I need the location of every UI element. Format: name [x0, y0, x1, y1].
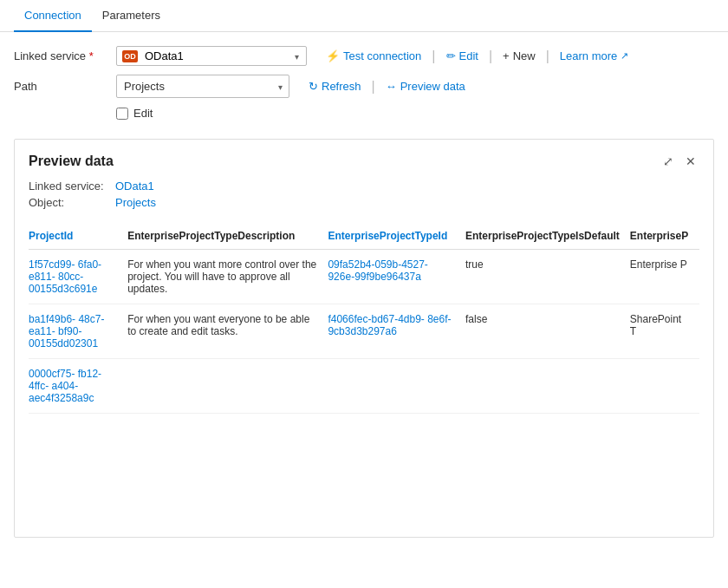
form-area: Linked service OD OData1 ▾ ⚡ Test connec… [0, 32, 728, 132]
linked-service-toolbar: ⚡ Test connection | ✏ Edit | + New | Lea… [321, 46, 634, 66]
preview-panel: Preview data ⤢ ✕ Linked service: OData1 … [14, 139, 714, 538]
separator-3: | [544, 49, 551, 64]
table-cell: false [465, 304, 630, 359]
meta-object-label: Object: [29, 196, 115, 209]
col-header-description: EnterpriseProjectTypeDescription [127, 223, 328, 250]
preview-panel-header: Preview data ⤢ ✕ [15, 140, 713, 180]
odata-icon: OD [122, 50, 138, 62]
new-button[interactable]: + New [497, 46, 541, 66]
table-cell: Enterprise P [630, 250, 699, 304]
preview-icon: ↔ [386, 80, 397, 93]
table-cell: For when you want more control over the … [127, 250, 328, 304]
preview-data-button[interactable]: ↔ Preview data [380, 76, 471, 96]
linked-service-select-wrapper[interactable]: OD OData1 ▾ [116, 46, 307, 66]
table-row: 0000cf75- fb12-4ffc- a404- aec4f3258a9c [29, 359, 699, 414]
preview-table-wrapper: ProjectId EnterpriseProjectTypeDescripti… [15, 223, 713, 428]
path-toolbar: ↻ ↻ Refresh | ↔ Preview data [303, 76, 471, 96]
preview-panel-title: Preview data [29, 154, 114, 169]
edit-checkbox-label[interactable]: Edit [133, 107, 153, 120]
col-header-ep: EnterpriseP [630, 223, 699, 250]
expand-button[interactable]: ⤢ [660, 154, 677, 169]
col-header-typeid: EnterpriseProjectTypeId [328, 223, 465, 250]
refresh-icon: ↻ [309, 80, 318, 93]
linked-service-row: Linked service OD OData1 ▾ ⚡ Test connec… [14, 46, 714, 66]
edit-linked-service-button[interactable]: ✏ Edit [441, 46, 484, 66]
preview-table: ProjectId EnterpriseProjectTypeDescripti… [29, 223, 699, 414]
col-header-projectid: ProjectId [29, 223, 127, 250]
close-button[interactable]: ✕ [682, 154, 699, 169]
table-cell: true [465, 250, 630, 304]
meta-linked-service-label: Linked service: [29, 180, 115, 193]
edit-row: Edit [116, 107, 714, 120]
meta-object-row: Object: Projects [29, 196, 699, 209]
meta-object-value: Projects [115, 196, 156, 209]
path-select-wrapper[interactable]: Projects ▾ [116, 75, 289, 98]
table-cell [127, 359, 328, 414]
preview-panel-controls: ⤢ ✕ [660, 154, 699, 169]
tab-bar: Connection Parameters [0, 0, 728, 32]
table-cell: ba1f49b6- 48c7-ea11- bf90- 00155dd02301 [29, 304, 127, 359]
plus-icon: + [503, 49, 510, 62]
pencil-icon: ✏ [446, 49, 456, 62]
preview-meta: Linked service: OData1 Object: Projects [15, 180, 713, 223]
table-cell: 0000cf75- fb12-4ffc- a404- aec4f3258a9c [29, 359, 127, 414]
table-header-row: ProjectId EnterpriseProjectTypeDescripti… [29, 223, 699, 250]
separator-4: | [370, 79, 377, 95]
tab-parameters[interactable]: Parameters [92, 0, 171, 32]
table-cell: SharePoint T [630, 304, 699, 359]
meta-linked-service-row: Linked service: OData1 [29, 180, 699, 193]
table-cell: 1f57cd99- 6fa0-e811- 80cc- 00155d3c691e [29, 250, 127, 304]
table-cell: For when you want everyone to be able to… [127, 304, 328, 359]
table-cell: f4066fec-bd67-4db9- 8e6f-9cb3d3b297a6 [328, 304, 465, 359]
edit-checkbox[interactable] [116, 108, 128, 120]
table-row: 1f57cd99- 6fa0-e811- 80cc- 00155d3c691eF… [29, 250, 699, 304]
meta-linked-service-value: OData1 [115, 180, 154, 193]
table-cell [630, 359, 699, 414]
separator-1: | [430, 49, 437, 64]
path-select[interactable]: Projects [116, 75, 289, 98]
separator-2: | [487, 49, 494, 64]
col-header-isdefault: EnterpriseProjectTypeIsDefault [465, 223, 630, 250]
refresh-button[interactable]: ↻ ↻ Refresh [303, 76, 367, 96]
path-row: Path Projects ▾ ↻ ↻ Refresh | ↔ Preview … [14, 75, 714, 98]
linked-service-label: Linked service [14, 49, 109, 62]
tab-connection[interactable]: Connection [14, 0, 92, 32]
test-connection-button[interactable]: ⚡ Test connection [321, 46, 426, 66]
table-row: ba1f49b6- 48c7-ea11- bf90- 00155dd02301F… [29, 304, 699, 359]
linked-service-select[interactable]: OData1 [145, 49, 301, 62]
table-cell: 09fa52b4-059b-4527- 926e-99f9be96437a [328, 250, 465, 304]
external-link-icon: ↗ [621, 50, 628, 62]
learn-more-button[interactable]: Learn more ↗ [555, 46, 634, 66]
test-icon: ⚡ [326, 49, 340, 62]
path-label: Path [14, 80, 109, 93]
table-cell [328, 359, 465, 414]
table-cell [465, 359, 630, 414]
